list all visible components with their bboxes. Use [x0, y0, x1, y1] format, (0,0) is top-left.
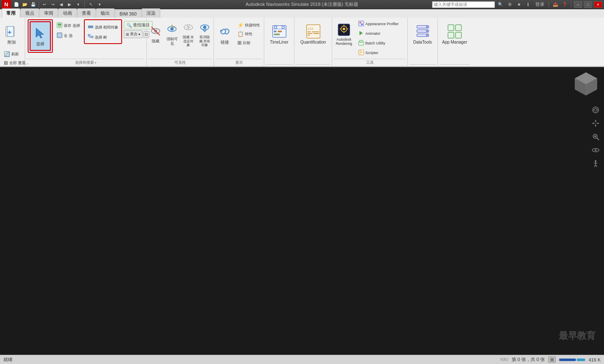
tb-sep3 — [549, 2, 549, 8]
qa-open-icon[interactable]: 📂 — [21, 1, 29, 8]
hide-btn[interactable]: 隐藏 — [148, 19, 163, 49]
scripter-icon — [358, 49, 364, 56]
qa-forward-icon[interactable]: ▶ — [66, 1, 73, 8]
file-size: 416 K — [588, 357, 601, 362]
quick-props-label: 快捷特性 — [245, 23, 260, 28]
timeliner-btn[interactable]: TimeLiner — [267, 19, 292, 49]
tab-审阅[interactable]: 审阅 — [39, 8, 58, 18]
links-btn[interactable]: 链接 — [216, 19, 234, 49]
pan-nav-btn[interactable] — [591, 118, 601, 128]
zoom-indicator — [559, 359, 576, 361]
appmanager-icon — [447, 24, 462, 39]
scripter-btn[interactable]: Scripter — [357, 48, 401, 57]
qa-redo-icon[interactable]: ↪ — [49, 1, 57, 8]
tab-查看[interactable]: 查看 — [77, 8, 96, 18]
app-container: N 📄 📂 💾 ↩ ↪ ◀ ▶ ▾ ↖ ▾ Autodesk Naviswork… — [0, 0, 604, 364]
tab-视点[interactable]: 视点 — [21, 8, 39, 18]
hide-unselected-btn[interactable]: 隐藏 未选定对象 — [181, 19, 196, 49]
quick-props-icon: ⚡ — [237, 22, 244, 28]
batch-utility-btn[interactable]: Batch Utility — [357, 39, 401, 48]
group-display-label: 显示 — [216, 59, 262, 66]
select-btn[interactable]: 选择 — [29, 21, 51, 51]
hide-label: 隐藏 — [152, 39, 159, 44]
qa-undo-icon[interactable]: ↩ — [41, 1, 48, 8]
save-all-stack: 保存 选择 全 选 — [55, 19, 82, 41]
share-icon[interactable]: 📤 — [552, 1, 559, 8]
qa-new-icon[interactable]: 📄 — [13, 1, 20, 8]
same-obj-btn[interactable]: 选择 相同对象 — [86, 23, 121, 32]
close-btn[interactable]: ✕ — [594, 1, 602, 8]
qa-dropdown-icon[interactable]: ▾ — [74, 1, 82, 8]
group-tools-name: 工具 — [366, 60, 374, 65]
svg-rect-67 — [448, 32, 454, 38]
group-select-label: 选择和搜索 ▾ — [27, 59, 145, 66]
timeliner-label: TimeLiner — [270, 40, 288, 45]
group-display: 链接 ⚡ 快捷特性 📋 特性 ⊞ 比较 — [214, 18, 264, 66]
svg-point-10 — [88, 26, 91, 28]
quantification-btn[interactable]: 123 Quantification — [297, 19, 330, 49]
maximize-btn[interactable]: □ — [584, 1, 592, 8]
ribbon: 附加 🔄 刷新 ⊞ 全部 重置... 📄 文件 选项 — [0, 18, 604, 67]
qa-select-mode-icon[interactable]: ↖ — [87, 1, 95, 8]
search-input[interactable] — [432, 1, 495, 8]
force-visible-btn[interactable]: 强制可见 — [165, 19, 180, 49]
quick-props-btn[interactable]: ⚡ 快捷特性 — [235, 21, 262, 29]
walk-nav-btn[interactable] — [591, 159, 601, 169]
same-obj-icon — [88, 24, 94, 31]
merge-btn[interactable]: ⊞ 美合 ▾ — [124, 30, 143, 38]
select-tree-btn[interactable]: 选择 树 — [86, 33, 121, 42]
appearance-profiler-btn[interactable]: Appearance Profiler — [357, 19, 401, 29]
properties-btn[interactable]: 📋 特性 — [235, 30, 262, 38]
tab-bim360[interactable]: BIM 360 — [115, 10, 141, 18]
search-go-icon[interactable]: 🔍 — [497, 1, 504, 8]
info-icon[interactable]: ℹ — [524, 1, 532, 8]
window-title: Autodesk Navisworks Simulate 2018 (未注册版)… — [246, 1, 359, 8]
star-icon[interactable]: ★ — [515, 1, 523, 8]
zoom-nav-btn[interactable] — [591, 132, 601, 142]
svg-point-25 — [187, 26, 190, 29]
all-select-btn[interactable]: 全 选 — [55, 31, 82, 41]
tab-常用[interactable]: 常用 — [2, 8, 20, 18]
page-layout-btn[interactable]: ⊞ — [548, 356, 556, 363]
orbit-nav-btn[interactable] — [591, 105, 601, 115]
svg-rect-68 — [456, 32, 461, 38]
quantification-icon: 123 — [306, 24, 321, 39]
look-nav-btn[interactable] — [591, 145, 601, 155]
save-select-btn[interactable]: 保存 选择 — [55, 21, 82, 31]
animator-btn[interactable]: Animator — [357, 29, 401, 38]
qa-select-mode-dropdown[interactable]: ▾ — [96, 1, 103, 8]
search-options-icon[interactable]: ⚙ — [506, 1, 513, 8]
datatools-btn[interactable]: DataTools — [410, 19, 435, 49]
unhide-all-btn[interactable]: 取消隐藏 所有对象 — [197, 19, 212, 49]
appmanager-label: App Manager — [442, 40, 467, 45]
tab-动画[interactable]: 动画 — [58, 8, 77, 18]
compare-label: 比较 — [243, 40, 250, 46]
appmanager-btn[interactable]: App Manager — [440, 19, 469, 49]
svg-point-84 — [595, 149, 596, 151]
status-bar: 就绪 KIKI 第 0 张，共 0 张 ⊞ 416 K — [0, 355, 604, 364]
compare-btn[interactable]: ⊞ 比较 — [235, 39, 262, 47]
tab-输出[interactable]: 输出 — [96, 8, 115, 18]
minimize-btn[interactable]: ─ — [574, 1, 582, 8]
nav-cube[interactable] — [571, 70, 601, 100]
group-display-name: 显示 — [235, 60, 243, 65]
svg-line-89 — [596, 165, 597, 167]
group-visibility-name: 可见性 — [174, 60, 186, 65]
qa-back-icon[interactable]: ◀ — [57, 1, 65, 8]
group-select-name: 选择和搜索 — [75, 60, 94, 65]
qa-save-icon[interactable]: 💾 — [29, 1, 37, 8]
group-select-chevron[interactable]: ▾ — [95, 61, 96, 65]
autodesk-rendering-btn[interactable]: Autodesk Rendering — [334, 19, 354, 49]
login-btn[interactable]: 登录 — [534, 1, 546, 8]
refresh-btn[interactable]: 🔄 刷新 — [2, 50, 22, 58]
svg-rect-13 — [88, 34, 90, 36]
qa-sep2 — [84, 2, 85, 8]
svg-rect-54 — [359, 40, 363, 42]
svg-rect-40 — [313, 33, 319, 34]
all-reset-btn[interactable]: ⊞ 全部 重置... — [2, 59, 22, 67]
tab-渲染[interactable]: 渲染 — [142, 8, 160, 18]
help-icon[interactable]: ❓ — [561, 1, 568, 8]
all-reset-icon: ⊞ — [4, 60, 8, 66]
svg-rect-7 — [58, 26, 61, 27]
add-btn[interactable]: 附加 — [2, 19, 22, 49]
